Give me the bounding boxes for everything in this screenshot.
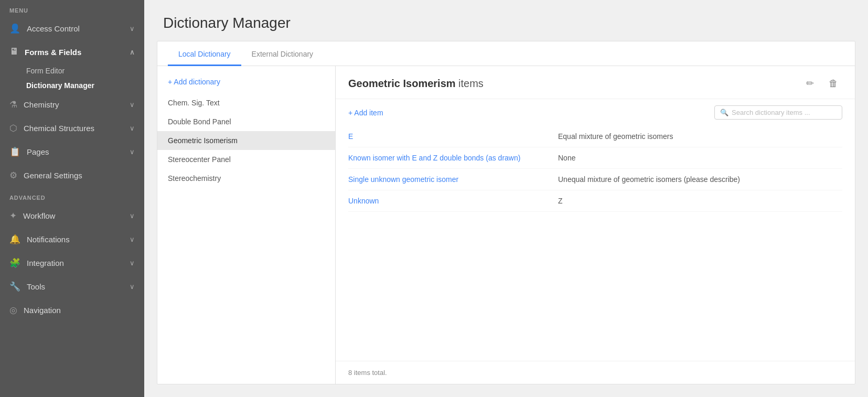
dict-item-stereocenter[interactable]: Stereocenter Panel	[157, 150, 335, 169]
sidebar-item-label: Navigation	[24, 306, 61, 315]
sidebar-item-notifications[interactable]: 🔔 Notifications ∨	[0, 228, 144, 251]
item-value: Unequal mixture of geometric isomers (pl…	[558, 175, 842, 184]
sidebar: MENU 👤 Access Control ∨ 🖥 Forms & Fields…	[0, 0, 144, 397]
sidebar-item-label: Chemical Structures	[24, 124, 94, 133]
table-row: E Equal mixture of geometric isomers	[348, 126, 842, 147]
pencil-icon: ✏	[806, 78, 814, 89]
dictionary-name: Geometric Isomerism	[348, 78, 456, 89]
tab-local-dictionary[interactable]: Local Dictionary	[168, 41, 241, 66]
sidebar-item-label: Forms & Fields	[25, 48, 81, 57]
chevron-down-icon: ∨	[130, 25, 135, 33]
left-pane: + Add dictionary Chem. Sig. Text Double …	[157, 66, 336, 384]
tabs-bar: Local Dictionary External Dictionary	[157, 41, 855, 66]
navigation-icon: ◎	[9, 305, 17, 316]
chevron-down-icon: ∨	[130, 124, 135, 132]
chevron-up-icon: ∧	[130, 48, 135, 56]
sidebar-item-chemistry[interactable]: ⚗ Chemistry ∨	[0, 93, 144, 116]
items-table: E Equal mixture of geometric isomers Kno…	[336, 126, 855, 361]
sidebar-item-integration[interactable]: 🧩 Integration ∨	[0, 251, 144, 275]
right-pane-toolbar: + Add item 🔍	[336, 99, 855, 126]
sidebar-item-label: Chemistry	[24, 100, 59, 109]
edit-button[interactable]: ✏	[802, 76, 818, 91]
item-key: E	[348, 132, 548, 141]
items-label: items	[456, 78, 484, 89]
table-row: Known isomer with E and Z double bonds (…	[348, 147, 842, 169]
bell-icon: 🔔	[9, 234, 20, 245]
sidebar-item-label: Pages	[27, 147, 49, 156]
chevron-down-icon: ∨	[130, 283, 135, 291]
sidebar-item-access-control[interactable]: 👤 Access Control ∨	[0, 17, 144, 40]
chemistry-icon: ⚗	[9, 99, 17, 110]
chevron-down-icon: ∨	[130, 212, 135, 220]
pane-container: + Add dictionary Chem. Sig. Text Double …	[157, 66, 855, 384]
gear-icon: ⚙	[9, 170, 17, 181]
table-row: Single unknown geometric isomer Unequal …	[348, 169, 842, 190]
tab-external-dictionary[interactable]: External Dictionary	[241, 41, 324, 66]
sidebar-sub-dictionary-manager[interactable]: Dictionary Manager	[0, 78, 144, 93]
sidebar-item-workflow[interactable]: ✦ Workflow ∨	[0, 204, 144, 228]
right-pane-title: Geometric Isomerism items	[348, 78, 484, 90]
sidebar-item-label: Workflow	[23, 211, 55, 220]
sidebar-sub-form-editor[interactable]: Form Editor	[0, 63, 144, 78]
item-key: Unknown	[348, 197, 548, 205]
trash-icon: 🗑	[829, 78, 838, 89]
search-icon: 🔍	[720, 109, 728, 116]
dict-item-chem-sig[interactable]: Chem. Sig. Text	[157, 93, 335, 112]
table-row: Unknown Z	[348, 190, 842, 212]
pages-icon: 📋	[9, 146, 20, 157]
right-pane: Geometric Isomerism items ✏ 🗑 + Add item	[336, 66, 855, 384]
item-value: None	[558, 154, 842, 162]
sidebar-item-navigation[interactable]: ◎ Navigation	[0, 298, 144, 322]
item-key: Known isomer with E and Z double bonds (…	[348, 154, 548, 162]
right-pane-footer: 8 items total.	[336, 361, 855, 384]
sidebar-item-label: General Settings	[24, 171, 82, 180]
advanced-label: ADVANCED	[0, 187, 144, 204]
search-box: 🔍	[714, 105, 842, 120]
chevron-down-icon: ∨	[130, 148, 135, 156]
add-item-button[interactable]: + Add item	[348, 109, 383, 117]
item-value: Z	[558, 197, 842, 205]
page-title: Dictionary Manager	[163, 15, 849, 31]
chevron-down-icon: ∨	[130, 235, 135, 243]
monitor-icon: 🖥	[9, 47, 18, 57]
search-input[interactable]	[732, 109, 837, 116]
add-dictionary-button[interactable]: + Add dictionary	[157, 74, 335, 93]
sidebar-item-label: Notifications	[27, 235, 70, 244]
chevron-down-icon: ∨	[130, 101, 135, 109]
sidebar-item-label: Integration	[27, 259, 64, 267]
sidebar-item-label: Access Control	[27, 24, 80, 33]
right-pane-header: Geometric Isomerism items ✏ 🗑	[336, 66, 855, 99]
sidebar-item-label: Tools	[27, 282, 45, 291]
dict-item-geometric[interactable]: Geometric Isomerism	[157, 131, 335, 150]
menu-label: MENU	[0, 0, 144, 17]
dict-item-double-bond[interactable]: Double Bond Panel	[157, 112, 335, 131]
delete-button[interactable]: 🗑	[824, 76, 842, 91]
sidebar-item-tools[interactable]: 🔧 Tools ∨	[0, 275, 144, 298]
puzzle-icon: 🧩	[9, 257, 20, 269]
dict-item-stereochemistry[interactable]: Stereochemistry	[157, 169, 335, 188]
hexagon-icon: ⬡	[9, 123, 17, 134]
content-card: Local Dictionary External Dictionary + A…	[157, 41, 855, 384]
wrench-icon: 🔧	[9, 281, 20, 292]
workflow-icon: ✦	[9, 210, 17, 221]
chevron-down-icon: ∨	[130, 259, 135, 267]
sidebar-item-pages[interactable]: 📋 Pages ∨	[0, 140, 144, 164]
page-header: Dictionary Manager	[144, 0, 868, 41]
item-key: Single unknown geometric isomer	[348, 175, 548, 184]
sidebar-item-chemical-structures[interactable]: ⬡ Chemical Structures ∨	[0, 116, 144, 140]
sidebar-item-general-settings[interactable]: ⚙ General Settings	[0, 164, 144, 187]
main-content: Dictionary Manager Local Dictionary Exte…	[144, 0, 868, 397]
sidebar-item-forms-fields[interactable]: 🖥 Forms & Fields ∧	[0, 40, 144, 63]
item-value: Equal mixture of geometric isomers	[558, 132, 842, 141]
user-icon: 👤	[9, 23, 20, 34]
